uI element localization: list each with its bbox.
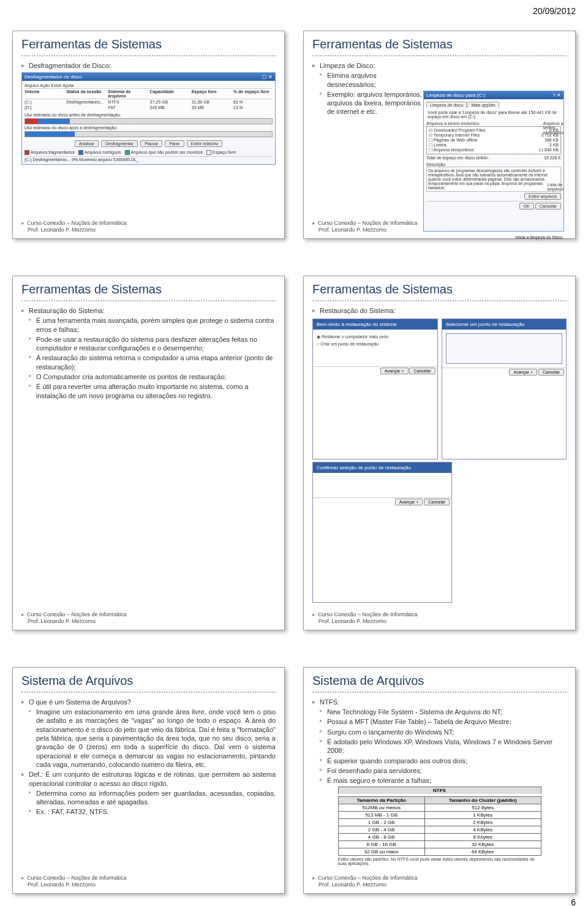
cleanup-desc: Os arquivos de programas descarregados s… [426,167,561,192]
wiz-hdr-2: Selecionar um ponto de restauração [442,319,567,330]
slide-credit: ▸Curso Conexão – Noções de Informática P… [304,872,575,893]
bullet-cleanup-sub1: Elimina arquivos desnecessários; [320,71,423,89]
col-free: Espaço livre [192,89,231,98]
title-divider [21,55,276,56]
bullet-fs-analogy: Imagine um estacionamento em uma grande … [29,708,276,769]
chevron-icon: ▸ [21,611,24,617]
wiz-cancel: Cancelar [538,369,564,376]
slides-grid: Ferramentas de Sistemas Desfragmentador … [0,0,588,906]
slide-credit: ▸Curso Conexão – Noções de Informática P… [13,609,284,630]
col-pfree: % de espaço livre [233,89,273,98]
ntfs-th-part: Tamanho da Partição [338,796,424,804]
r2-fs: FAT [108,105,147,110]
bullet-defrag: Desfragmentador de Disco: [21,61,276,70]
ntfs-table: Tamanho da Partição Tamanho do Cluster (… [338,796,541,856]
title-divider [312,300,567,301]
tab-more: Mais opções [467,102,499,108]
r1-cap: 37,25 GB [150,100,189,104]
table-row: 1 GB - 2 GB2 KBytes [338,818,541,826]
bullet-cleanup: Limpeza de Disco: Elimina arquivos desne… [312,61,423,116]
cleanup-window: Limpeza de disco para (C:) ? ✕ Limpeza d… [423,91,564,232]
slide-title: Ferramentas de Sistemas [304,31,575,54]
btn-cancel: Cancelar [535,203,561,210]
bullet-restore-header: Restauração do Sistema: [312,306,567,315]
slide-row-3: Sistema de Arquivos O que é um Sistema d… [12,667,576,894]
slide-credit: ▸Curso Conexão – Noções de Informática P… [304,609,575,630]
item-temp: ☐ Arquivos temporários [429,148,474,153]
defrag-strip-before [24,118,273,124]
ntfs-g: É mais seguro e tolerante a falhas; [320,776,567,785]
ntfs-table-note: Estes valores são padrões. No NTFS você … [338,857,541,866]
ntfs-table-caption: NTFS [338,787,541,794]
lbl-total: Total de espaço em disco obtido: [426,156,489,160]
chevron-icon: ▸ [21,220,24,226]
slide-restore-text: Ferramentas de Sistemas Restauração do S… [12,276,285,630]
lbl-files: Arquivos a serem excluídos: [426,120,561,126]
window-controls-icon: ▢ ✕ [262,74,273,80]
bullet-restore-b: Pode-se usar a restauração do sistema pa… [29,335,276,353]
r2-vol: (D:) [24,105,64,110]
bullet-fs-q: O que é um Sistema de Arquivos? Imagine … [21,698,276,769]
r2-free: 33 MB [192,105,231,110]
slide-title: Ferramentas de Sistemas [13,31,284,54]
calendar-placeholder [446,333,563,364]
title-divider [21,692,276,693]
btn-stop: Parar [165,140,184,147]
ntfs-th-cluster: Tamanho do Cluster (padrão) [424,796,541,804]
bullet-restore: Restauração do Sistema: É uma ferramenta… [21,306,276,400]
slide-restore-screens: Ferramentas de Sistemas Restauração do S… [303,276,576,630]
ntfs-c: Surgiu com o lançamento do Windows NT; [320,728,567,736]
total-value: 19.228 K [544,156,561,160]
r1-vol: (C:) [24,100,64,104]
slide-ntfs: Sistema de Arquivos NTFS: New Technology… [303,667,576,894]
wiz-opt2: ○ Criar um ponto de restauração [317,341,434,347]
ntfs-e: É superior quando comparado aos outros d… [320,757,567,765]
wiz-hdr-1: Bem-vindo à restauração do sistema [313,319,437,330]
ntfs-a: New Technology File System - Sistema de … [320,708,567,716]
r1-status: Desfragmentando... [66,100,105,104]
wiz-cancel: Cancelar [409,368,435,374]
wizard-confirm: Confirmar seleção de ponto de restauraçã… [312,462,452,603]
leg-cont: Arquivos contíguos [78,150,121,155]
defrag-statusbar: (C:) Desfragmentando... 9% Movendo arqui… [24,156,273,162]
defrag-window: Desfragmentador de disco ▢ ✕ Arquivo Açã… [21,72,276,165]
cleanup-intro: Você pode usar a 'Limpeza de disco' para… [426,109,561,120]
r1-fs: NTFS [108,100,147,104]
table-row: 513 MB - 1 GB1 KBytes [338,811,541,818]
defrag-window-title: Desfragmentador de disco [24,74,82,80]
r2-cap: 243 MB [150,105,189,110]
btn-ok: OK [519,203,534,210]
item-downloaded: ☑ Downloaded Program Files [429,128,485,133]
slide-title: Sistema de Arquivos [304,668,575,690]
btn-report: Exibir relatório [187,140,223,147]
window-controls-icon: ? ✕ [552,92,561,98]
item-offline: ☐ Páginas da Web offline [429,138,478,143]
chevron-icon: ▸ [312,875,315,881]
wiz-cancel: Cancelar [424,499,450,505]
btn-defrag: Desfragmentar [101,140,138,147]
cleanup-file-list: ☑ Downloaded Program Files0 KB ☑ Tempora… [426,126,561,154]
table-row: 512MB ou menos512 Bytes [338,804,541,811]
cleanup-footnote: Inicia a limpeza do Disco [423,235,564,240]
title-divider [312,55,567,56]
ntfs-f: Foi desenhado para servidores; [320,766,567,775]
slide-credit: ▸Curso Conexão – Noções de Informática P… [13,872,284,893]
btn-pause: Pausar [140,140,162,147]
annot-file-list: Lista de arquivos [548,183,564,192]
wiz-next: Avançar > [395,499,423,505]
slide-title: Sistema de Arquivos [13,668,284,690]
chevron-icon: ▸ [312,611,315,617]
slide-row-2: Ferramentas de Sistemas Restauração do S… [12,276,576,630]
bullet-cleanup-sub2: Exemplo: arquivos temporários, arquivos … [320,90,423,116]
lbl-before: Uso estimado do disco antes da desfragme… [24,113,273,117]
bullet-fs-def-a: Determina como as informações podem ser … [29,789,276,807]
r1-free: 31,06 GB [192,100,231,104]
btn-view-files: Exibir arquivos [524,193,561,200]
bullet-restore-a: É uma ferramenta mais avançada, porém si… [29,316,276,334]
table-row: 8 GB - 16 GB32 KBytes [338,840,541,848]
r1-pfree: 83 % [233,100,273,104]
item-trash: ☐ Lixeira [429,143,447,148]
r2-pfree: 13 % [233,105,273,110]
lbl-desc: Descrição [426,161,561,167]
col-fs: Sistema de arquivos [108,89,147,98]
